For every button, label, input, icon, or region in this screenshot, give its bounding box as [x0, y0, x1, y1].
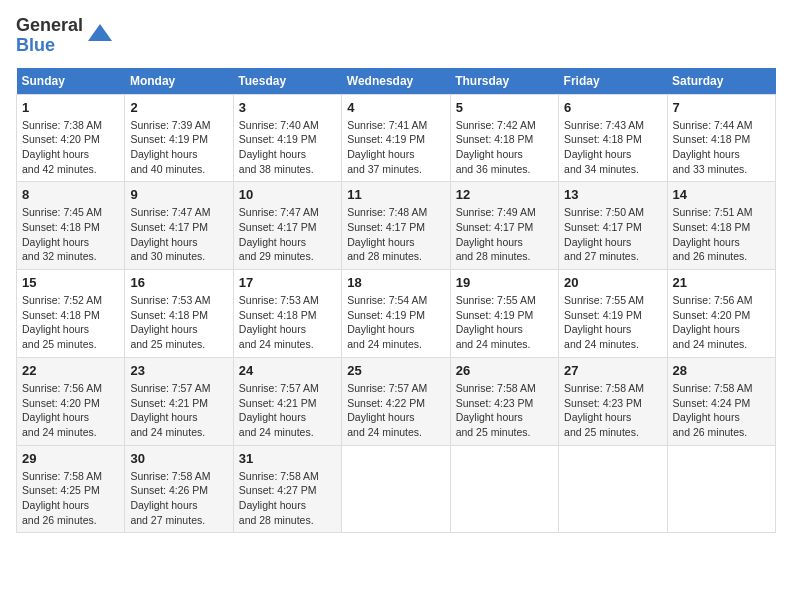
day-number: 21 [673, 275, 770, 290]
day-info: Sunrise: 7:58 AM Sunset: 4:25 PM Dayligh… [22, 469, 119, 528]
day-info: Sunrise: 7:45 AM Sunset: 4:18 PM Dayligh… [22, 205, 119, 264]
calendar-cell: 11 Sunrise: 7:48 AM Sunset: 4:17 PM Dayl… [342, 182, 450, 270]
day-info: Sunrise: 7:53 AM Sunset: 4:18 PM Dayligh… [130, 293, 227, 352]
calendar-cell: 14 Sunrise: 7:51 AM Sunset: 4:18 PM Dayl… [667, 182, 775, 270]
day-info: Sunrise: 7:38 AM Sunset: 4:20 PM Dayligh… [22, 118, 119, 177]
day-number: 9 [130, 187, 227, 202]
day-info: Sunrise: 7:58 AM Sunset: 4:26 PM Dayligh… [130, 469, 227, 528]
calendar-cell: 10 Sunrise: 7:47 AM Sunset: 4:17 PM Dayl… [233, 182, 341, 270]
calendar-cell: 30 Sunrise: 7:58 AM Sunset: 4:26 PM Dayl… [125, 445, 233, 533]
day-number: 25 [347, 363, 444, 378]
day-info: Sunrise: 7:51 AM Sunset: 4:18 PM Dayligh… [673, 205, 770, 264]
day-number: 16 [130, 275, 227, 290]
calendar-cell [559, 445, 667, 533]
day-number: 24 [239, 363, 336, 378]
day-number: 11 [347, 187, 444, 202]
calendar-cell: 29 Sunrise: 7:58 AM Sunset: 4:25 PM Dayl… [17, 445, 125, 533]
calendar-cell [450, 445, 558, 533]
day-number: 27 [564, 363, 661, 378]
day-number: 26 [456, 363, 553, 378]
calendar-cell: 13 Sunrise: 7:50 AM Sunset: 4:17 PM Dayl… [559, 182, 667, 270]
day-number: 8 [22, 187, 119, 202]
calendar-cell: 23 Sunrise: 7:57 AM Sunset: 4:21 PM Dayl… [125, 357, 233, 445]
day-info: Sunrise: 7:55 AM Sunset: 4:19 PM Dayligh… [564, 293, 661, 352]
calendar-cell: 21 Sunrise: 7:56 AM Sunset: 4:20 PM Dayl… [667, 270, 775, 358]
weekday-header-friday: Friday [559, 68, 667, 95]
day-number: 12 [456, 187, 553, 202]
calendar-cell [667, 445, 775, 533]
calendar-cell: 5 Sunrise: 7:42 AM Sunset: 4:18 PM Dayli… [450, 94, 558, 182]
day-number: 28 [673, 363, 770, 378]
day-info: Sunrise: 7:56 AM Sunset: 4:20 PM Dayligh… [22, 381, 119, 440]
day-info: Sunrise: 7:50 AM Sunset: 4:17 PM Dayligh… [564, 205, 661, 264]
day-info: Sunrise: 7:55 AM Sunset: 4:19 PM Dayligh… [456, 293, 553, 352]
calendar-cell: 19 Sunrise: 7:55 AM Sunset: 4:19 PM Dayl… [450, 270, 558, 358]
day-info: Sunrise: 7:52 AM Sunset: 4:18 PM Dayligh… [22, 293, 119, 352]
day-number: 4 [347, 100, 444, 115]
svg-marker-0 [88, 24, 112, 41]
calendar-cell: 8 Sunrise: 7:45 AM Sunset: 4:18 PM Dayli… [17, 182, 125, 270]
day-number: 19 [456, 275, 553, 290]
calendar-cell: 6 Sunrise: 7:43 AM Sunset: 4:18 PM Dayli… [559, 94, 667, 182]
day-info: Sunrise: 7:58 AM Sunset: 4:24 PM Dayligh… [673, 381, 770, 440]
day-number: 3 [239, 100, 336, 115]
day-number: 17 [239, 275, 336, 290]
day-number: 23 [130, 363, 227, 378]
calendar-cell: 16 Sunrise: 7:53 AM Sunset: 4:18 PM Dayl… [125, 270, 233, 358]
day-number: 10 [239, 187, 336, 202]
day-number: 31 [239, 451, 336, 466]
day-info: Sunrise: 7:53 AM Sunset: 4:18 PM Dayligh… [239, 293, 336, 352]
day-info: Sunrise: 7:47 AM Sunset: 4:17 PM Dayligh… [239, 205, 336, 264]
calendar-cell: 9 Sunrise: 7:47 AM Sunset: 4:17 PM Dayli… [125, 182, 233, 270]
day-info: Sunrise: 7:58 AM Sunset: 4:27 PM Dayligh… [239, 469, 336, 528]
calendar-cell: 7 Sunrise: 7:44 AM Sunset: 4:18 PM Dayli… [667, 94, 775, 182]
calendar-cell: 24 Sunrise: 7:57 AM Sunset: 4:21 PM Dayl… [233, 357, 341, 445]
weekday-header-sunday: Sunday [17, 68, 125, 95]
day-info: Sunrise: 7:44 AM Sunset: 4:18 PM Dayligh… [673, 118, 770, 177]
day-info: Sunrise: 7:42 AM Sunset: 4:18 PM Dayligh… [456, 118, 553, 177]
weekday-header-thursday: Thursday [450, 68, 558, 95]
day-number: 14 [673, 187, 770, 202]
weekday-header-wednesday: Wednesday [342, 68, 450, 95]
day-number: 1 [22, 100, 119, 115]
day-info: Sunrise: 7:56 AM Sunset: 4:20 PM Dayligh… [673, 293, 770, 352]
day-info: Sunrise: 7:40 AM Sunset: 4:19 PM Dayligh… [239, 118, 336, 177]
day-number: 5 [456, 100, 553, 115]
calendar-cell: 12 Sunrise: 7:49 AM Sunset: 4:17 PM Dayl… [450, 182, 558, 270]
day-number: 2 [130, 100, 227, 115]
day-info: Sunrise: 7:57 AM Sunset: 4:21 PM Dayligh… [239, 381, 336, 440]
day-number: 15 [22, 275, 119, 290]
logo-text: General Blue [16, 16, 83, 56]
day-info: Sunrise: 7:47 AM Sunset: 4:17 PM Dayligh… [130, 205, 227, 264]
day-number: 18 [347, 275, 444, 290]
calendar-cell: 18 Sunrise: 7:54 AM Sunset: 4:19 PM Dayl… [342, 270, 450, 358]
day-info: Sunrise: 7:43 AM Sunset: 4:18 PM Dayligh… [564, 118, 661, 177]
calendar-cell: 22 Sunrise: 7:56 AM Sunset: 4:20 PM Dayl… [17, 357, 125, 445]
day-info: Sunrise: 7:57 AM Sunset: 4:22 PM Dayligh… [347, 381, 444, 440]
logo-icon [85, 21, 115, 51]
day-info: Sunrise: 7:57 AM Sunset: 4:21 PM Dayligh… [130, 381, 227, 440]
day-number: 22 [22, 363, 119, 378]
calendar-cell: 1 Sunrise: 7:38 AM Sunset: 4:20 PM Dayli… [17, 94, 125, 182]
day-info: Sunrise: 7:49 AM Sunset: 4:17 PM Dayligh… [456, 205, 553, 264]
day-info: Sunrise: 7:58 AM Sunset: 4:23 PM Dayligh… [564, 381, 661, 440]
weekday-header-tuesday: Tuesday [233, 68, 341, 95]
calendar-cell: 15 Sunrise: 7:52 AM Sunset: 4:18 PM Dayl… [17, 270, 125, 358]
day-info: Sunrise: 7:48 AM Sunset: 4:17 PM Dayligh… [347, 205, 444, 264]
day-info: Sunrise: 7:58 AM Sunset: 4:23 PM Dayligh… [456, 381, 553, 440]
calendar-cell: 25 Sunrise: 7:57 AM Sunset: 4:22 PM Dayl… [342, 357, 450, 445]
calendar-cell: 20 Sunrise: 7:55 AM Sunset: 4:19 PM Dayl… [559, 270, 667, 358]
weekday-header-monday: Monday [125, 68, 233, 95]
calendar-cell: 27 Sunrise: 7:58 AM Sunset: 4:23 PM Dayl… [559, 357, 667, 445]
logo: General Blue [16, 16, 115, 56]
weekday-header-saturday: Saturday [667, 68, 775, 95]
day-number: 7 [673, 100, 770, 115]
day-number: 20 [564, 275, 661, 290]
day-number: 13 [564, 187, 661, 202]
day-info: Sunrise: 7:41 AM Sunset: 4:19 PM Dayligh… [347, 118, 444, 177]
day-number: 29 [22, 451, 119, 466]
calendar-cell: 2 Sunrise: 7:39 AM Sunset: 4:19 PM Dayli… [125, 94, 233, 182]
day-number: 6 [564, 100, 661, 115]
page-header: General Blue [16, 16, 776, 56]
day-info: Sunrise: 7:39 AM Sunset: 4:19 PM Dayligh… [130, 118, 227, 177]
